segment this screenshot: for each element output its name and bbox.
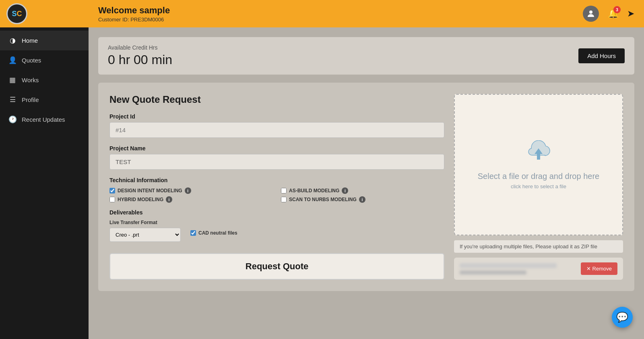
sidebar-item-label: Profile [22,96,39,103]
main-content: Welcome sample Customer ID: PRE3DM0006 🔔… [89,0,644,339]
checkbox-dim-input[interactable] [109,188,115,193]
upload-dropzone[interactable]: Select a file or drag and drop here clic… [454,94,623,235]
quotes-icon: 👤 [8,56,17,64]
header-left: Welcome sample Customer ID: PRE3DM0006 [98,5,170,23]
live-transfer-group: Live Transfer Format Creo - .prt STEP - … [109,220,181,242]
sidebar-item-quotes[interactable]: 👤 Quotes [0,50,89,70]
sidebar-item-works[interactable]: ▦ Works [0,70,89,90]
content-area: Available Credit Hrs 0 hr 00 min Add Hou… [89,27,644,339]
credit-label: Available Credit Hrs [108,44,172,51]
deliverables-label: Deliverables [109,209,444,216]
recent-updates-icon: 🕐 [8,115,17,124]
chat-bubble[interactable]: 💬 [612,307,633,328]
sidebar-item-profile[interactable]: ☰ Profile [0,90,89,110]
sidebar-item-label: Works [22,77,39,83]
dim-info-icon[interactable]: i [185,187,191,194]
sidebar-item-home[interactable]: ◑ Home [0,31,89,50]
upload-cloud-icon [522,140,555,166]
checkbox-stnm[interactable]: SCAN TO NURBS MODELING i [281,196,444,203]
logo-s: S [12,10,17,18]
abm-info-icon[interactable]: i [342,187,348,194]
checkbox-abm-input[interactable] [281,188,287,193]
notification-button[interactable]: 🔔 3 [605,6,621,21]
checkbox-dim-label: DESIGN INTENT MODELING [118,188,182,193]
sidebar: SC ◑ Home 👤 Quotes ▦ Works ☰ Profile 🕐 R… [0,0,89,339]
credit-info: Available Credit Hrs 0 hr 00 min [108,44,172,67]
profile-icon: ☰ [8,96,17,104]
svg-point-0 [589,10,592,14]
upload-main-text: Select a file or drag and drop here [478,172,599,181]
file-size-blurred [460,270,526,275]
project-name-input[interactable] [109,154,444,170]
deliverables-section: Deliverables Live Transfer Format Creo -… [109,209,444,242]
upload-panel: Select a file or drag and drop here clic… [454,94,623,280]
checkbox-grid: DESIGN INTENT MODELING i AS-BUILD MODELI… [109,187,444,203]
checkbox-hm-label: HYBRID MODELING [118,197,163,202]
customer-id: Customer ID: PRE3DM0006 [98,17,170,23]
request-quote-button[interactable]: Request Quote [109,253,444,280]
app-logo: SC [6,3,27,24]
form-title: New Quote Request [109,94,444,105]
project-id-group: Project Id [109,113,444,138]
logo-c: C [17,10,22,18]
checkbox-abm[interactable]: AS-BUILD MODELING i [281,187,444,194]
sidebar-item-recent-updates[interactable]: 🕐 Recent Updates [0,110,89,129]
chat-icon: 💬 [616,312,628,323]
sidebar-logo: SC [0,0,89,27]
upload-sub-text: click here to select a file [511,183,566,189]
home-icon: ◑ [8,36,17,45]
quote-area: New Quote Request Project Id Project Nam… [98,83,634,291]
welcome-title: Welcome sample [98,5,170,16]
live-transfer-select[interactable]: Creo - .prt STEP - .stp IGES - .igs Soli… [109,228,181,242]
file-info [460,263,581,275]
checkbox-stnm-input[interactable] [281,197,287,202]
checkbox-stnm-label: SCAN TO NURBS MODELING [289,197,357,202]
checkbox-hm-input[interactable] [109,197,115,202]
logout-button[interactable]: ➤ [627,8,634,19]
project-id-input[interactable] [109,122,444,138]
cad-neutral-label: CAD neutral files [198,230,237,236]
user-avatar[interactable] [583,6,599,22]
sidebar-item-label: Recent Updates [22,116,65,123]
checkbox-hm[interactable]: HYBRID MODELING i [109,196,273,203]
project-name-group: Project Name [109,145,444,170]
credit-amount: 0 hr 00 min [108,52,172,67]
upload-note: If you're uploading multiple files, Plea… [454,240,623,253]
technical-info-section: Technical Information DESIGN INTENT MODE… [109,177,444,203]
sidebar-item-label: Home [22,37,38,44]
technical-info-label: Technical Information [109,177,444,183]
stnm-info-icon[interactable]: i [359,196,365,203]
cad-neutral-group[interactable]: CAD neutral files [190,230,237,236]
hm-info-icon[interactable]: i [166,196,172,203]
header: Welcome sample Customer ID: PRE3DM0006 🔔… [89,0,644,27]
sidebar-nav: ◑ Home 👤 Quotes ▦ Works ☰ Profile 🕐 Rece… [0,27,89,339]
cad-neutral-input[interactable] [190,230,196,236]
add-hours-button[interactable]: Add Hours [578,48,625,63]
deliverables-row: Live Transfer Format Creo - .prt STEP - … [109,220,444,242]
notification-badge: 3 [613,6,621,13]
project-name-label: Project Name [109,145,444,152]
sidebar-item-label: Quotes [22,57,41,64]
remove-file-button[interactable]: ✕ Remove [581,262,617,275]
upload-file-row: ✕ Remove [454,258,623,280]
file-name-blurred [460,263,557,268]
works-icon: ▦ [8,76,17,84]
header-right: 🔔 3 ➤ [583,6,634,22]
project-id-label: Project Id [109,113,444,120]
checkbox-dim[interactable]: DESIGN INTENT MODELING i [109,187,273,194]
live-transfer-label: Live Transfer Format [109,220,181,225]
quote-form: New Quote Request Project Id Project Nam… [109,94,444,280]
credit-card: Available Credit Hrs 0 hr 00 min Add Hou… [98,37,634,75]
checkbox-abm-label: AS-BUILD MODELING [289,188,339,193]
